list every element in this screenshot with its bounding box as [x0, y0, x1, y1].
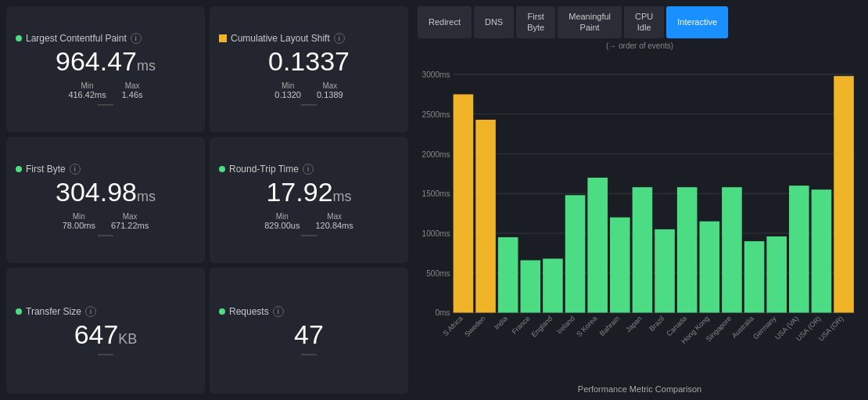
- info-icon[interactable]: i: [70, 164, 81, 175]
- metric-value: 47: [294, 320, 324, 349]
- metric-minmax: Min 829.00us Max 120.84ms: [264, 212, 353, 230]
- info-icon[interactable]: i: [334, 33, 345, 44]
- bar: [812, 189, 832, 312]
- metric-value: 647KB: [74, 320, 138, 349]
- bar: [587, 178, 608, 312]
- metric-title: First Byte i: [16, 164, 195, 175]
- metric-card-cls: Cumulative Layout Shift i 0.1337 Min 0.1…: [210, 6, 408, 132]
- bar-chart: 0ms500ms1000ms1500ms2000ms2500ms3000msS …: [418, 52, 862, 383]
- max-value: 0.1389: [317, 90, 343, 99]
- svg-text:3000ms: 3000ms: [422, 70, 450, 79]
- tab-dns[interactable]: DNS: [474, 6, 514, 38]
- min-item: Min 78.00ms: [63, 212, 95, 230]
- metric-value: 17.92ms: [266, 178, 351, 207]
- metric-title: Requests i: [219, 306, 399, 317]
- svg-text:2500ms: 2500ms: [422, 110, 450, 118]
- dot-yellow-icon: [219, 34, 227, 42]
- bar: [498, 237, 518, 312]
- tab-first-byte[interactable]: FirstByte: [516, 6, 555, 38]
- tab-cpu-idle[interactable]: CPUIdle: [624, 6, 664, 38]
- max-label: Max: [123, 212, 138, 221]
- metrics-panel: Largest Contentful Paint i 964.47ms Min …: [0, 0, 414, 400]
- metric-title: Cumulative Layout Shift i: [219, 33, 399, 44]
- dot-green-icon: [16, 308, 22, 315]
- svg-text:Sweden: Sweden: [463, 314, 486, 337]
- dot-green-icon: [16, 166, 22, 172]
- svg-text:France: France: [511, 314, 532, 335]
- max-item: Max 671.22ms: [111, 212, 149, 230]
- min-label: Min: [73, 212, 85, 221]
- bar: [722, 187, 742, 312]
- info-icon[interactable]: i: [131, 33, 142, 44]
- min-value: 416.42ms: [68, 90, 106, 99]
- min-value: 0.1320: [274, 90, 301, 99]
- tab-interactive[interactable]: Interactive: [666, 6, 728, 38]
- bar: [610, 217, 630, 312]
- metric-title-text: Round-Trip Time: [229, 164, 299, 175]
- metric-title: Transfer Size i: [16, 306, 195, 317]
- metric-title-text: Requests: [229, 306, 269, 317]
- metric-unit: ms: [333, 189, 352, 204]
- chart-xlabel: Performance Metric Comparison: [418, 384, 862, 394]
- bar: [789, 186, 809, 312]
- metric-unit: ms: [137, 189, 156, 204]
- bar: [543, 258, 563, 312]
- metric-title-text: Cumulative Layout Shift: [231, 33, 330, 44]
- metric-minmax: Min 416.42ms Max 1.46s: [68, 81, 142, 99]
- metric-unit: KB: [118, 331, 137, 347]
- min-label: Min: [81, 81, 93, 90]
- min-label: Min: [276, 212, 289, 221]
- svg-text:0ms: 0ms: [435, 308, 450, 317]
- svg-text:1000ms: 1000ms: [422, 229, 450, 238]
- bar: [633, 187, 653, 312]
- info-icon[interactable]: i: [273, 306, 284, 317]
- svg-text:England: England: [530, 314, 554, 338]
- svg-text:Bahrain: Bahrain: [598, 314, 621, 337]
- divider: [301, 354, 317, 355]
- max-value: 120.84ms: [315, 221, 353, 230]
- metric-minmax: Min 78.00ms Max 671.22ms: [63, 212, 149, 230]
- divider: [301, 235, 317, 236]
- max-label: Max: [322, 81, 337, 90]
- svg-text:India: India: [493, 314, 510, 331]
- chart-panel: RedirectDNSFirstByteMeaningfulPaintCPUId…: [414, 0, 868, 400]
- metric-card-requests: Requests i 47: [210, 268, 408, 394]
- dot-green-icon: [219, 308, 225, 315]
- metric-minmax: Min 0.1320 Max 0.1389: [274, 81, 343, 99]
- min-value: 78.00ms: [63, 221, 95, 230]
- divider: [301, 104, 317, 106]
- svg-text:Brazil: Brazil: [647, 314, 665, 332]
- divider: [98, 104, 113, 106]
- max-item: Max 120.84ms: [315, 212, 353, 230]
- max-item: Max 0.1389: [317, 81, 343, 99]
- metric-value: 304.98ms: [56, 178, 156, 207]
- bar: [677, 187, 698, 312]
- dot-green-icon: [16, 35, 22, 41]
- min-item: Min 829.00us: [264, 212, 299, 230]
- max-label: Max: [327, 212, 342, 221]
- info-icon[interactable]: i: [85, 306, 96, 317]
- metric-title-text: Largest Contentful Paint: [26, 33, 127, 44]
- divider: [98, 235, 113, 236]
- bar: [521, 260, 541, 312]
- bar: [744, 241, 765, 312]
- metric-title: Round-Trip Time i: [219, 164, 399, 175]
- bar: [834, 76, 854, 312]
- max-value: 671.22ms: [111, 221, 149, 230]
- svg-text:500ms: 500ms: [426, 268, 450, 277]
- info-icon[interactable]: i: [303, 164, 314, 175]
- metric-value: 964.47ms: [56, 47, 156, 76]
- metric-title-text: Transfer Size: [26, 306, 81, 317]
- svg-text:Japan: Japan: [624, 314, 644, 333]
- bar: [454, 94, 474, 312]
- tab-redirect[interactable]: Redirect: [418, 6, 472, 38]
- max-label: Max: [125, 81, 140, 90]
- metric-title: Largest Contentful Paint i: [16, 33, 195, 44]
- bar: [565, 195, 586, 312]
- max-value: 1.46s: [122, 90, 143, 99]
- tab-meaningful-paint[interactable]: MeaningfulPaint: [558, 6, 622, 38]
- chart-area: 0ms500ms1000ms1500ms2000ms2500ms3000msS …: [418, 52, 862, 394]
- svg-text:S Africa: S Africa: [442, 314, 465, 337]
- svg-text:Ireland: Ireland: [555, 314, 576, 335]
- max-item: Max 1.46s: [122, 81, 143, 99]
